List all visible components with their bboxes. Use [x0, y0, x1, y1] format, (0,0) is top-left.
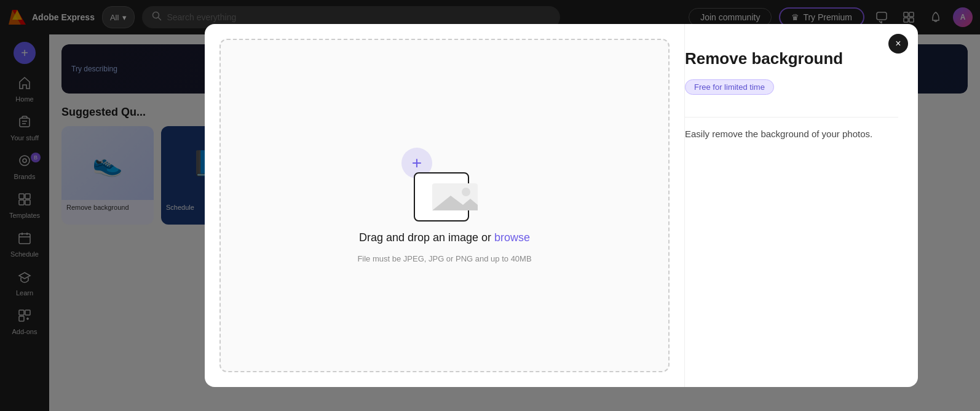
image-icon — [432, 183, 478, 210]
image-drop-zone[interactable]: + Drag and drop an image or browse File … — [219, 39, 670, 372]
svg-point-30 — [462, 188, 470, 196]
modal-right-panel: Remove background Free for limited time … — [684, 24, 918, 387]
modal-title: Remove background — [685, 49, 898, 70]
modal-close-button[interactable]: × — [888, 34, 908, 54]
free-badge: Free for limited time — [685, 79, 774, 95]
modal-divider — [685, 117, 898, 118]
browse-link[interactable]: browse — [494, 231, 530, 244]
drop-zone-text: Drag and drop an image or browse — [359, 231, 530, 244]
remove-background-modal: × + Drag and drop an image or browse Fil… — [205, 24, 918, 387]
modal-description: Easily remove the background of your pho… — [685, 127, 898, 142]
drop-zone-main-text: Drag and drop an image or — [359, 231, 494, 244]
drop-zone-sub-text: File must be JPEG, JPG or PNG and up to … — [357, 254, 531, 263]
drop-zone-icon: + — [401, 148, 488, 221]
image-frame — [414, 172, 469, 221]
